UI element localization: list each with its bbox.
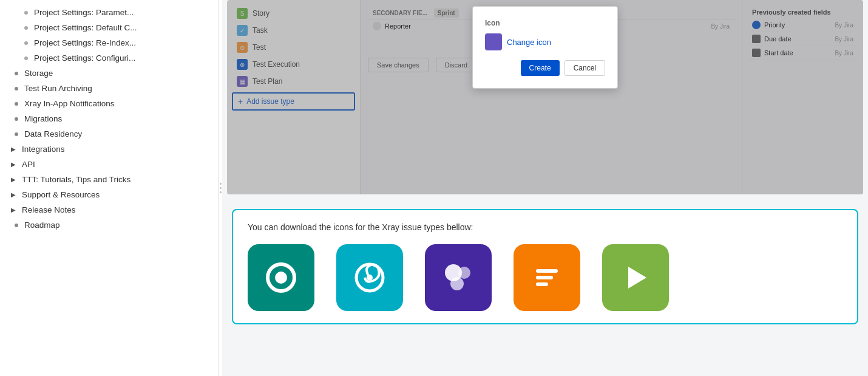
sidebar-item-project-settings-param[interactable]: Project Settings: Paramet...	[0, 5, 218, 20]
bullet-icon	[15, 87, 18, 91]
cancel-button[interactable]: Cancel	[565, 60, 605, 76]
svg-point-3	[367, 275, 373, 281]
bullet-icon	[24, 41, 28, 45]
sidebar-item-support-resources[interactable]: ▶ Support & Resources	[0, 187, 218, 202]
change-icon-row: Change icon	[485, 33, 605, 50]
create-button[interactable]: Create	[521, 60, 560, 76]
bullet-icon	[15, 224, 18, 227]
sidebar-item-ttt[interactable]: ▶ TTT: Tutorials, Tips and Tricks	[0, 172, 218, 187]
dialog-icon-preview	[485, 33, 502, 50]
icons-row	[248, 244, 843, 311]
change-icon-label[interactable]: Change icon	[507, 38, 551, 47]
sidebar-item-project-settings-default[interactable]: Project Settings: Default C...	[0, 20, 218, 35]
bullet-icon	[15, 102, 18, 106]
test-set-download-icon[interactable]	[514, 244, 580, 311]
bullet-icon	[15, 117, 18, 121]
chevron-right-icon: ▶	[10, 146, 17, 153]
main-content: S Story ✓ Task ⊙ Test ⊛ Test Execution ▦	[222, 0, 868, 376]
sidebar-item-test-run-archiving[interactable]: Test Run Archiving	[0, 81, 218, 96]
dialog-actions: Create Cancel	[485, 60, 605, 76]
chevron-right-icon: ▶	[10, 191, 17, 199]
dialog-overlay: Icon Change icon Create Cancel	[227, 0, 863, 194]
svg-point-6	[450, 277, 464, 290]
test-download-icon[interactable]	[248, 244, 314, 311]
handle-dot	[220, 187, 222, 189]
handle-dot	[220, 183, 222, 185]
sidebar: Project Settings: Paramet... Project Set…	[0, 0, 219, 376]
test-set-svg-icon	[529, 259, 565, 296]
icons-download-section: You can download the icons for the Xray …	[222, 199, 868, 376]
test-execution-download-icon[interactable]	[336, 244, 403, 311]
sidebar-item-migrations[interactable]: Migrations	[0, 111, 218, 126]
icons-box: You can download the icons for the Xray …	[232, 209, 858, 324]
test-plan-download-icon[interactable]	[425, 244, 492, 311]
bullet-icon	[15, 132, 18, 136]
svg-rect-9	[536, 282, 548, 286]
bullet-icon	[24, 56, 28, 60]
chevron-right-icon: ▶	[10, 207, 17, 214]
svg-point-1	[275, 272, 287, 284]
bullet-icon	[15, 72, 18, 75]
test-svg-icon	[263, 259, 299, 296]
screenshot-area: S Story ✓ Task ⊙ Test ⊛ Test Execution ▦	[227, 0, 863, 194]
icons-box-title: You can download the icons for the Xray …	[248, 222, 843, 232]
sidebar-item-release-notes[interactable]: ▶ Release Notes	[0, 202, 218, 217]
sidebar-item-integrations[interactable]: ▶ Integrations	[0, 142, 218, 157]
bullet-icon	[24, 26, 28, 30]
dialog-title: Icon	[485, 19, 605, 27]
jira-simulation: S Story ✓ Task ⊙ Test ⊛ Test Execution ▦	[227, 0, 863, 194]
sidebar-item-storage[interactable]: Storage	[0, 66, 218, 81]
handle-dot	[220, 191, 222, 193]
svg-marker-10	[628, 267, 646, 289]
chevron-right-icon: ▶	[10, 176, 17, 183]
icon-dialog: Icon Change icon Create Cancel	[472, 6, 618, 89]
precondition-svg-icon	[617, 259, 654, 296]
sidebar-item-project-settings-reindex[interactable]: Project Settings: Re-Index...	[0, 35, 218, 50]
test-execution-svg-icon	[351, 259, 388, 296]
sidebar-item-xray-notifications[interactable]: Xray In-App Notifications	[0, 96, 218, 111]
svg-point-5	[458, 267, 470, 279]
sidebar-item-data-residency[interactable]: Data Residency	[0, 126, 218, 142]
bullet-icon	[24, 11, 28, 15]
svg-rect-7	[536, 269, 558, 273]
sidebar-item-roadmap[interactable]: Roadmap	[0, 217, 218, 233]
test-plan-svg-icon	[440, 259, 476, 296]
chevron-right-icon: ▶	[10, 161, 17, 168]
svg-rect-8	[536, 276, 553, 279]
sidebar-item-project-settings-config[interactable]: Project Settings: Configuri...	[0, 50, 218, 66]
sidebar-item-api[interactable]: ▶ API	[0, 157, 218, 172]
precondition-download-icon[interactable]	[602, 244, 669, 311]
